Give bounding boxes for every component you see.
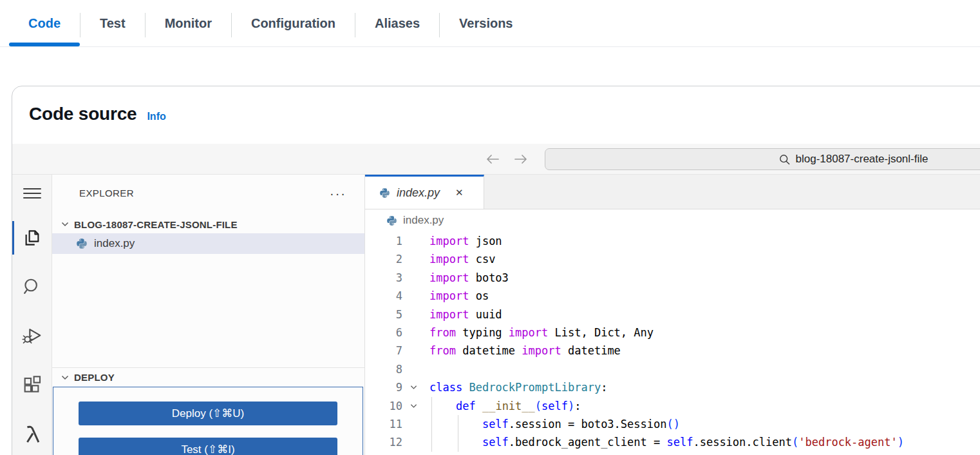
- code-text: from typing import List, Dict, Any: [424, 324, 654, 342]
- python-file-icon: [386, 215, 397, 226]
- code-text: import boto3: [424, 269, 509, 287]
- python-file-icon: [379, 188, 390, 198]
- code-text: [424, 360, 429, 378]
- breadcrumb-file-label[interactable]: index.py: [403, 214, 444, 227]
- fold-gutter: [402, 342, 424, 360]
- console-tab-aliases[interactable]: Aliases: [355, 0, 439, 46]
- code-line: 12 self.bedrock_agent_client = self.sess…: [365, 433, 980, 451]
- deploy-actions-box: Deploy (⇧⌘U) Test (⇧⌘I): [53, 387, 363, 455]
- activity-bar: [12, 175, 52, 455]
- explorer-more-icon[interactable]: ···: [330, 190, 346, 197]
- fold-gutter: [402, 250, 424, 268]
- ide-toolbar: blog-18087-create-jsonl-file: [12, 144, 980, 175]
- line-number: 10: [365, 397, 402, 415]
- console-tab-versions[interactable]: Versions: [440, 0, 532, 46]
- deploy-section-label: DEPLOY: [74, 372, 115, 383]
- fold-gutter: [402, 305, 424, 324]
- editor-tabbar: index.py ✕: [365, 175, 980, 209]
- extensions-icon[interactable]: [12, 367, 52, 403]
- line-number: 4: [365, 287, 402, 305]
- code-line: 1import json: [365, 232, 980, 250]
- code-line: 11 self.session = boto3.Session(): [365, 415, 980, 433]
- code-text: import uuid: [424, 305, 502, 324]
- file-item-label: index.py: [94, 237, 135, 250]
- editor-tab-indexpy[interactable]: index.py ✕: [365, 175, 484, 209]
- fold-toggle-icon[interactable]: [402, 378, 424, 396]
- code-line: 10 def __init__(self):: [365, 397, 980, 415]
- code-line: 8: [365, 360, 980, 378]
- code-line: 2import csv: [365, 250, 980, 268]
- code-text: import csv: [424, 250, 495, 268]
- console-tab-code[interactable]: Code: [9, 0, 80, 46]
- code-text: def __init__(self):: [424, 397, 581, 415]
- code-line: 9class BedrockPromptLibrary:: [365, 378, 980, 396]
- command-search-input[interactable]: blog-18087-create-jsonl-file: [545, 148, 980, 170]
- files-icon[interactable]: [12, 220, 52, 256]
- deploy-section-header[interactable]: DEPLOY: [52, 367, 364, 387]
- chevron-down-icon: [61, 375, 69, 380]
- close-tab-icon[interactable]: ✕: [455, 187, 464, 198]
- search-sidebar-icon[interactable]: [12, 269, 52, 305]
- line-number: 7: [365, 342, 402, 360]
- deploy-button[interactable]: Deploy (⇧⌘U): [79, 402, 337, 425]
- editor-group: index.py ✕ index.py 1import json2import …: [365, 175, 980, 455]
- line-number: 8: [365, 360, 402, 378]
- code-line: 6from typing import List, Dict, Any: [365, 324, 980, 342]
- file-item-indexpy[interactable]: index.py: [52, 233, 364, 254]
- workspace-folder-row[interactable]: BLOG-18087-CREATE-JSONL-FILE: [52, 215, 364, 233]
- editor-tab-label: index.py: [397, 186, 440, 200]
- code-text: import os: [424, 287, 489, 305]
- explorer-title: EXPLORER: [79, 188, 134, 198]
- chevron-down-icon: [61, 222, 69, 227]
- line-number: 11: [365, 415, 402, 433]
- code-source-panel: Code source Info blog-18087-create-jsonl…: [12, 86, 980, 455]
- deploy-section: DEPLOY Deploy (⇧⌘U) Test (⇧⌘I): [52, 367, 364, 455]
- search-value: blog-18087-create-jsonl-file: [795, 153, 928, 166]
- line-number: 9: [365, 378, 402, 396]
- panel-title: Code source: [29, 104, 137, 124]
- panel-header: Code source Info: [12, 86, 980, 144]
- code-line: 7from datetime import datetime: [365, 342, 980, 360]
- aws-lambda-icon[interactable]: [12, 416, 52, 452]
- code-line: 5import uuid: [365, 305, 980, 324]
- line-number: 5: [365, 305, 402, 324]
- code-text: from datetime import datetime: [424, 342, 621, 360]
- code-line: 4import os: [365, 287, 980, 305]
- console-tab-test[interactable]: Test: [80, 0, 145, 46]
- search-icon: [779, 154, 790, 165]
- run-debug-icon[interactable]: [12, 318, 52, 354]
- fold-gutter: [402, 287, 424, 305]
- line-number: 1: [365, 232, 402, 250]
- forward-arrow-icon[interactable]: [513, 153, 529, 165]
- code-editor[interactable]: 1import json2import csv3import boto34imp…: [365, 231, 980, 455]
- fold-gutter: [402, 415, 424, 433]
- fold-gutter: [402, 232, 424, 250]
- fold-gutter: [402, 433, 424, 451]
- back-arrow-icon[interactable]: [485, 153, 500, 165]
- fold-toggle-icon[interactable]: [402, 397, 424, 415]
- line-number: 6: [365, 324, 402, 342]
- code-text: self.session = boto3.Session(): [424, 415, 680, 433]
- code-line: 3import boto3: [365, 269, 980, 287]
- code-text: import json: [424, 232, 502, 250]
- test-button[interactable]: Test (⇧⌘I): [79, 438, 337, 455]
- breadcrumb: index.py: [365, 209, 980, 231]
- fold-gutter: [402, 269, 424, 287]
- code-text: class BedrockPromptLibrary:: [424, 378, 607, 396]
- console-tabs: CodeTestMonitorConfigurationAliasesVersi…: [0, 0, 980, 47]
- menu-icon[interactable]: [12, 180, 52, 207]
- console-tab-configuration[interactable]: Configuration: [232, 0, 355, 46]
- info-link[interactable]: Info: [147, 111, 165, 122]
- line-number: 2: [365, 250, 402, 268]
- explorer-panel: EXPLORER ··· BLOG-18087-CREATE-JSONL-FIL…: [52, 175, 365, 455]
- code-text: self.bedrock_agent_client = self.session…: [424, 433, 904, 451]
- fold-gutter: [402, 324, 424, 342]
- line-number: 3: [365, 269, 402, 287]
- line-number: 12: [365, 433, 402, 451]
- fold-gutter: [402, 360, 424, 378]
- workspace-folder-label: BLOG-18087-CREATE-JSONL-FILE: [74, 219, 238, 230]
- console-tab-monitor[interactable]: Monitor: [146, 0, 231, 46]
- python-file-icon: [76, 238, 88, 249]
